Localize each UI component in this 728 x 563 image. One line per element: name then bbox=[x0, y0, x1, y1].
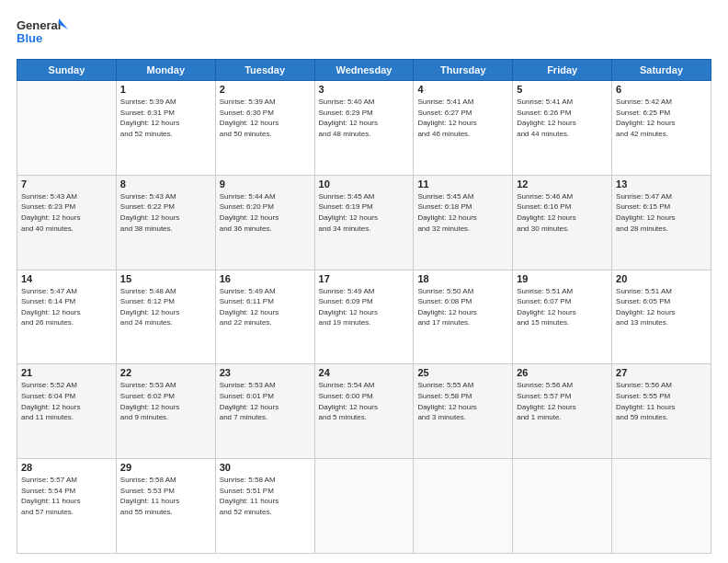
cell-4-7: 27Sunrise: 5:56 AM Sunset: 5:55 PM Dayli… bbox=[612, 364, 711, 459]
cell-info: Sunrise: 5:57 AM Sunset: 5:54 PM Dayligh… bbox=[21, 475, 112, 517]
cell-5-2: 29Sunrise: 5:58 AM Sunset: 5:53 PM Dayli… bbox=[116, 459, 215, 554]
logo: GeneralBlue bbox=[17, 17, 72, 50]
cell-2-2: 8Sunrise: 5:43 AM Sunset: 6:22 PM Daylig… bbox=[116, 175, 215, 270]
cell-5-6 bbox=[513, 459, 612, 554]
cell-info: Sunrise: 5:43 AM Sunset: 6:22 PM Dayligh… bbox=[120, 191, 211, 234]
cell-4-1: 21Sunrise: 5:52 AM Sunset: 6:04 PM Dayli… bbox=[17, 364, 117, 459]
cell-5-4 bbox=[314, 459, 414, 554]
cell-info: Sunrise: 5:56 AM Sunset: 5:57 PM Dayligh… bbox=[517, 380, 608, 422]
cell-1-2: 1Sunrise: 5:39 AM Sunset: 6:31 PM Daylig… bbox=[116, 81, 215, 176]
cell-info: Sunrise: 5:39 AM Sunset: 6:30 PM Dayligh… bbox=[220, 97, 311, 139]
col-header-saturday: Saturday bbox=[612, 60, 711, 81]
cell-info: Sunrise: 5:44 AM Sunset: 6:20 PM Dayligh… bbox=[220, 191, 311, 234]
cell-info: Sunrise: 5:48 AM Sunset: 6:12 PM Dayligh… bbox=[120, 286, 211, 328]
logo-svg: GeneralBlue bbox=[17, 17, 72, 50]
day-number: 25 bbox=[417, 367, 508, 378]
col-header-thursday: Thursday bbox=[414, 60, 513, 81]
cell-info: Sunrise: 5:49 AM Sunset: 6:11 PM Dayligh… bbox=[220, 286, 311, 328]
day-number: 10 bbox=[319, 178, 410, 190]
cell-4-2: 22Sunrise: 5:53 AM Sunset: 6:02 PM Dayli… bbox=[116, 364, 215, 459]
day-number: 1 bbox=[120, 84, 211, 95]
page: GeneralBlue SundayMondayTuesdayWednesday… bbox=[0, 0, 728, 563]
cell-5-7 bbox=[612, 459, 711, 554]
cell-info: Sunrise: 5:46 AM Sunset: 6:16 PM Dayligh… bbox=[517, 191, 608, 234]
cell-5-3: 30Sunrise: 5:58 AM Sunset: 5:51 PM Dayli… bbox=[215, 459, 314, 554]
day-number: 11 bbox=[417, 178, 508, 190]
cell-info: Sunrise: 5:40 AM Sunset: 6:29 PM Dayligh… bbox=[319, 97, 410, 139]
day-number: 24 bbox=[319, 367, 410, 378]
week-row-1: 1Sunrise: 5:39 AM Sunset: 6:31 PM Daylig… bbox=[17, 81, 711, 176]
day-number: 14 bbox=[21, 273, 112, 284]
col-header-monday: Monday bbox=[116, 60, 215, 81]
day-number: 30 bbox=[220, 462, 311, 473]
week-row-5: 28Sunrise: 5:57 AM Sunset: 5:54 PM Dayli… bbox=[17, 459, 711, 554]
cell-3-6: 19Sunrise: 5:51 AM Sunset: 6:07 PM Dayli… bbox=[513, 270, 612, 364]
day-number: 12 bbox=[517, 178, 608, 190]
cell-2-4: 10Sunrise: 5:45 AM Sunset: 6:19 PM Dayli… bbox=[314, 175, 414, 270]
cell-3-2: 15Sunrise: 5:48 AM Sunset: 6:12 PM Dayli… bbox=[116, 270, 215, 364]
cell-info: Sunrise: 5:43 AM Sunset: 6:23 PM Dayligh… bbox=[21, 191, 112, 234]
day-number: 23 bbox=[220, 367, 311, 378]
day-number: 19 bbox=[517, 273, 608, 284]
week-row-4: 21Sunrise: 5:52 AM Sunset: 6:04 PM Dayli… bbox=[17, 364, 711, 459]
cell-info: Sunrise: 5:45 AM Sunset: 6:19 PM Dayligh… bbox=[319, 191, 410, 234]
col-header-tuesday: Tuesday bbox=[215, 60, 314, 81]
cell-1-4: 3Sunrise: 5:40 AM Sunset: 6:29 PM Daylig… bbox=[314, 81, 414, 176]
day-number: 18 bbox=[417, 273, 508, 284]
cell-1-6: 5Sunrise: 5:41 AM Sunset: 6:26 PM Daylig… bbox=[513, 81, 612, 176]
svg-text:Blue: Blue bbox=[17, 31, 42, 45]
cell-info: Sunrise: 5:39 AM Sunset: 6:31 PM Dayligh… bbox=[120, 97, 211, 139]
cell-1-5: 4Sunrise: 5:41 AM Sunset: 6:27 PM Daylig… bbox=[414, 81, 513, 176]
day-number: 4 bbox=[417, 84, 508, 95]
cell-info: Sunrise: 5:55 AM Sunset: 5:58 PM Dayligh… bbox=[417, 380, 508, 422]
cell-info: Sunrise: 5:49 AM Sunset: 6:09 PM Dayligh… bbox=[319, 286, 410, 328]
cell-2-3: 9Sunrise: 5:44 AM Sunset: 6:20 PM Daylig… bbox=[215, 175, 314, 270]
day-number: 15 bbox=[120, 273, 211, 284]
cell-info: Sunrise: 5:58 AM Sunset: 5:51 PM Dayligh… bbox=[220, 475, 311, 517]
day-number: 5 bbox=[517, 84, 608, 95]
cell-3-7: 20Sunrise: 5:51 AM Sunset: 6:05 PM Dayli… bbox=[612, 270, 711, 364]
cell-info: Sunrise: 5:52 AM Sunset: 6:04 PM Dayligh… bbox=[21, 380, 112, 422]
day-number: 17 bbox=[319, 273, 410, 284]
header: GeneralBlue bbox=[17, 17, 711, 50]
day-number: 22 bbox=[120, 367, 211, 378]
day-number: 21 bbox=[21, 367, 112, 378]
cell-info: Sunrise: 5:50 AM Sunset: 6:08 PM Dayligh… bbox=[417, 286, 508, 328]
cell-2-6: 12Sunrise: 5:46 AM Sunset: 6:16 PM Dayli… bbox=[513, 175, 612, 270]
cell-4-3: 23Sunrise: 5:53 AM Sunset: 6:01 PM Dayli… bbox=[215, 364, 314, 459]
cell-info: Sunrise: 5:51 AM Sunset: 6:07 PM Dayligh… bbox=[517, 286, 608, 328]
cell-3-4: 17Sunrise: 5:49 AM Sunset: 6:09 PM Dayli… bbox=[314, 270, 414, 364]
cell-4-4: 24Sunrise: 5:54 AM Sunset: 6:00 PM Dayli… bbox=[314, 364, 414, 459]
cell-info: Sunrise: 5:58 AM Sunset: 5:53 PM Dayligh… bbox=[120, 475, 211, 517]
cell-info: Sunrise: 5:47 AM Sunset: 6:15 PM Dayligh… bbox=[616, 191, 707, 234]
cell-info: Sunrise: 5:41 AM Sunset: 6:27 PM Dayligh… bbox=[417, 97, 508, 139]
week-row-3: 14Sunrise: 5:47 AM Sunset: 6:14 PM Dayli… bbox=[17, 270, 711, 364]
cell-1-7: 6Sunrise: 5:42 AM Sunset: 6:25 PM Daylig… bbox=[612, 81, 711, 176]
cell-5-5 bbox=[414, 459, 513, 554]
day-number: 3 bbox=[319, 84, 410, 95]
cell-info: Sunrise: 5:56 AM Sunset: 5:55 PM Dayligh… bbox=[616, 380, 707, 422]
cell-2-1: 7Sunrise: 5:43 AM Sunset: 6:23 PM Daylig… bbox=[17, 175, 117, 270]
svg-text:General: General bbox=[17, 18, 61, 32]
day-number: 7 bbox=[21, 178, 112, 190]
day-number: 28 bbox=[21, 462, 112, 473]
cell-info: Sunrise: 5:53 AM Sunset: 6:01 PM Dayligh… bbox=[220, 380, 311, 422]
cell-3-3: 16Sunrise: 5:49 AM Sunset: 6:11 PM Dayli… bbox=[215, 270, 314, 364]
day-number: 29 bbox=[120, 462, 211, 473]
day-number: 16 bbox=[220, 273, 311, 284]
col-header-wednesday: Wednesday bbox=[314, 60, 414, 81]
col-header-sunday: Sunday bbox=[17, 60, 117, 81]
cell-1-3: 2Sunrise: 5:39 AM Sunset: 6:30 PM Daylig… bbox=[215, 81, 314, 176]
cell-info: Sunrise: 5:47 AM Sunset: 6:14 PM Dayligh… bbox=[21, 286, 112, 328]
cell-4-6: 26Sunrise: 5:56 AM Sunset: 5:57 PM Dayli… bbox=[513, 364, 612, 459]
day-number: 20 bbox=[616, 273, 707, 284]
cell-info: Sunrise: 5:53 AM Sunset: 6:02 PM Dayligh… bbox=[120, 380, 211, 422]
day-number: 6 bbox=[616, 84, 707, 95]
cell-1-1 bbox=[17, 81, 117, 176]
cell-info: Sunrise: 5:41 AM Sunset: 6:26 PM Dayligh… bbox=[517, 97, 608, 139]
week-row-2: 7Sunrise: 5:43 AM Sunset: 6:23 PM Daylig… bbox=[17, 175, 711, 270]
cell-5-1: 28Sunrise: 5:57 AM Sunset: 5:54 PM Dayli… bbox=[17, 459, 117, 554]
day-number: 9 bbox=[220, 178, 311, 190]
day-number: 2 bbox=[220, 84, 311, 95]
cell-3-1: 14Sunrise: 5:47 AM Sunset: 6:14 PM Dayli… bbox=[17, 270, 117, 364]
